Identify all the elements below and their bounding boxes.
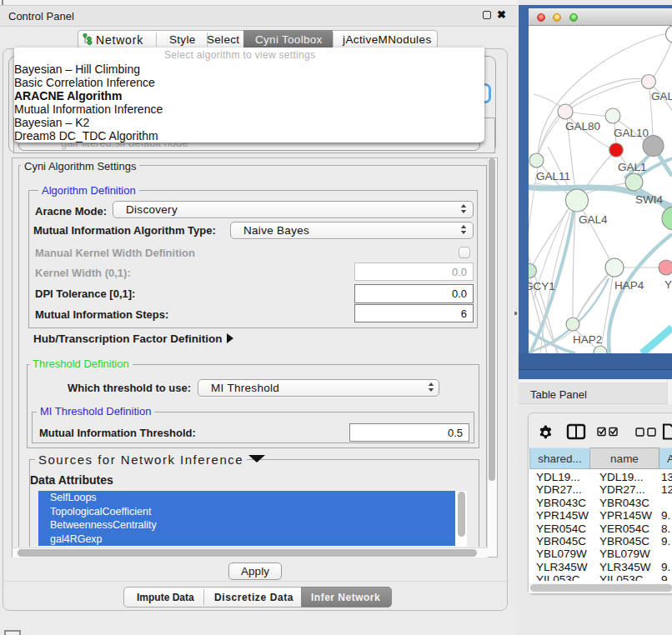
svg-text:Y: Y — [664, 278, 672, 291]
svg-text:GCY1: GCY1 — [529, 280, 555, 292]
svg-text:GAL: GAL — [651, 90, 672, 102]
svg-text:HAP2: HAP2 — [573, 333, 602, 346]
svg-text:HAP4: HAP4 — [614, 279, 644, 292]
svg-text:GAL10: GAL10 — [614, 127, 649, 139]
svg-text:GAL1: GAL1 — [618, 161, 647, 173]
svg-text:GAL4: GAL4 — [579, 213, 608, 226]
svg-text:GAL80: GAL80 — [565, 120, 600, 132]
svg-text:SWI4: SWI4 — [635, 193, 663, 206]
svg-text:GAL11: GAL11 — [536, 170, 570, 182]
